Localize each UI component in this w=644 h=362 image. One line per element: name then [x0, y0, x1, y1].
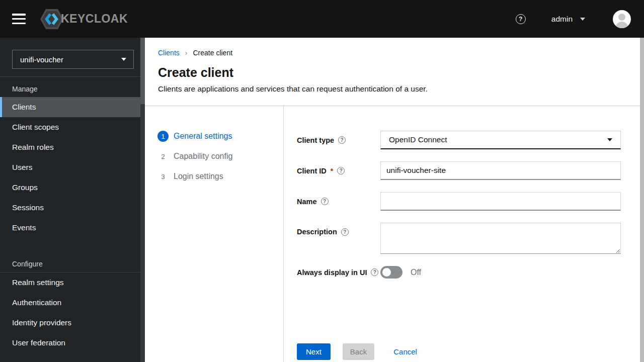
nav-section-title: Configure — [0, 252, 145, 272]
always-display-label: Always display in UI ? — [297, 268, 380, 277]
description-textarea[interactable] — [380, 223, 621, 254]
breadcrumb-link-clients[interactable]: Clients — [158, 49, 180, 57]
step-label: Login settings — [174, 172, 223, 181]
step-number: 3 — [157, 171, 169, 182]
label-text: Client ID — [297, 167, 327, 175]
always-display-toggle[interactable] — [380, 266, 403, 279]
avatar-body — [615, 22, 628, 28]
sidebar: unifi-voucher ManageClientsClient scopes… — [0, 38, 145, 362]
avatar-head — [618, 14, 625, 21]
sidebar-item-identity-providers[interactable]: Identity providers — [0, 313, 145, 333]
cancel-button[interactable]: Cancel — [393, 343, 417, 360]
sidebar-item-users[interactable]: Users — [0, 157, 145, 177]
page-scrollbar[interactable] — [640, 38, 644, 362]
keycloak-logo[interactable]: KEYCLOAK — [39, 8, 128, 30]
page-title: Create client — [158, 65, 631, 80]
client-id-label: Client ID * ? — [297, 167, 380, 175]
realm-selector-value: unifi-voucher — [20, 55, 63, 64]
form-row-name: Name ? — [297, 192, 644, 211]
client-type-value: OpenID Connect — [389, 135, 447, 144]
masthead-right: ? admin — [516, 10, 631, 28]
label-text: Name — [297, 198, 317, 206]
form-row-client-id: Client ID * ? — [297, 161, 644, 180]
sidebar-item-events[interactable]: Events — [0, 218, 145, 238]
step-number: 2 — [157, 151, 169, 162]
nav-toggle-button[interactable] — [12, 14, 26, 24]
sidebar-item-user-federation[interactable]: User federation — [0, 333, 145, 353]
sidebar-nav: ManageClientsClient scopesRealm rolesUse… — [0, 77, 145, 353]
chevron-down-icon — [607, 138, 612, 141]
chevron-down-icon — [121, 58, 126, 61]
sidebar-item-groups[interactable]: Groups — [0, 177, 145, 198]
toggle-knob — [382, 268, 391, 277]
sidebar-item-realm-roles[interactable]: Realm roles — [0, 137, 145, 157]
wizard-step-capability-config[interactable]: 2Capability config — [157, 151, 283, 162]
hamburger-bar — [12, 14, 26, 16]
label-text: Client type — [297, 136, 334, 144]
help-icon[interactable]: ? — [516, 14, 526, 24]
step-label: General settings — [174, 132, 232, 141]
required-asterisk: * — [331, 167, 333, 175]
page-header: Clients › Create client Create client Cl… — [145, 38, 644, 106]
help-icon[interactable]: ? — [341, 228, 349, 236]
username: admin — [551, 15, 573, 24]
breadcrumb-separator-icon: › — [185, 49, 188, 57]
sidebar-item-clients[interactable]: Clients — [0, 97, 145, 117]
realm-selector[interactable]: unifi-voucher — [12, 50, 134, 69]
next-button[interactable]: Next — [297, 343, 331, 360]
form-row-always-display: Always display in UI ? Off — [297, 266, 644, 279]
name-input[interactable] — [380, 192, 621, 211]
create-client-wizard: 1General settings2Capability config3Logi… — [145, 106, 644, 362]
wizard-body: Client type ? OpenID Connect Client ID *… — [283, 106, 644, 362]
form-row-client-type: Client type ? OpenID Connect — [297, 131, 644, 149]
nav-list: ClientsClient scopesRealm rolesUsersGrou… — [0, 97, 145, 238]
nav-section-configure: ConfigureRealm settingsAuthenticationIde… — [0, 252, 145, 353]
help-icon[interactable]: ? — [321, 198, 329, 205]
user-menu[interactable]: admin — [551, 15, 585, 24]
avatar[interactable] — [613, 10, 631, 28]
always-display-switch-cell: Off — [380, 266, 621, 279]
wizard-step-login-settings[interactable]: 3Login settings — [157, 171, 283, 182]
form-row-description: Description ? — [297, 223, 644, 254]
label-text: Always display in UI — [297, 268, 367, 277]
step-label: Capability config — [174, 152, 232, 161]
help-icon[interactable]: ? — [338, 136, 346, 144]
breadcrumb-current: Create client — [193, 49, 232, 57]
page-subtitle: Clients are applications and services th… — [158, 84, 631, 94]
wizard-footer: Next Back Cancel — [297, 343, 417, 360]
nav-section-title: Manage — [0, 77, 145, 97]
nav-list: Realm settingsAuthenticationIdentity pro… — [0, 273, 145, 353]
step-number: 1 — [157, 131, 169, 142]
wizard-step-general-settings[interactable]: 1General settings — [157, 131, 283, 142]
sidebar-item-sessions[interactable]: Sessions — [0, 198, 145, 218]
toggle-state-label: Off — [411, 268, 421, 277]
sidebar-scrollbar-thumb[interactable] — [140, 38, 145, 104]
main-content: Clients › Create client Create client Cl… — [145, 38, 644, 362]
nav-section-manage: ManageClientsClient scopesRealm rolesUse… — [0, 77, 145, 238]
help-icon[interactable]: ? — [371, 268, 378, 276]
breadcrumb: Clients › Create client — [158, 49, 631, 57]
hamburger-bar — [12, 23, 26, 25]
help-icon[interactable]: ? — [337, 167, 345, 174]
back-button[interactable]: Back — [343, 343, 374, 360]
label-text: Description — [297, 228, 337, 236]
wizard-steps-nav: 1General settings2Capability config3Logi… — [145, 106, 283, 362]
client-type-label: Client type ? — [297, 136, 380, 144]
description-label: Description ? — [297, 228, 380, 236]
sidebar-item-authentication[interactable]: Authentication — [0, 293, 145, 313]
client-id-input[interactable] — [380, 161, 621, 180]
sidebar-item-realm-settings[interactable]: Realm settings — [0, 273, 145, 293]
sidebar-item-client-scopes[interactable]: Client scopes — [0, 117, 145, 137]
brand-text: KEYCLOAK — [61, 12, 128, 26]
masthead: KEYCLOAK ? admin — [0, 0, 644, 38]
hamburger-bar — [12, 18, 26, 20]
client-type-select[interactable]: OpenID Connect — [380, 131, 621, 149]
sidebar-scrollbar[interactable] — [140, 38, 145, 362]
chevron-down-icon — [580, 18, 585, 21]
name-label: Name ? — [297, 198, 380, 206]
